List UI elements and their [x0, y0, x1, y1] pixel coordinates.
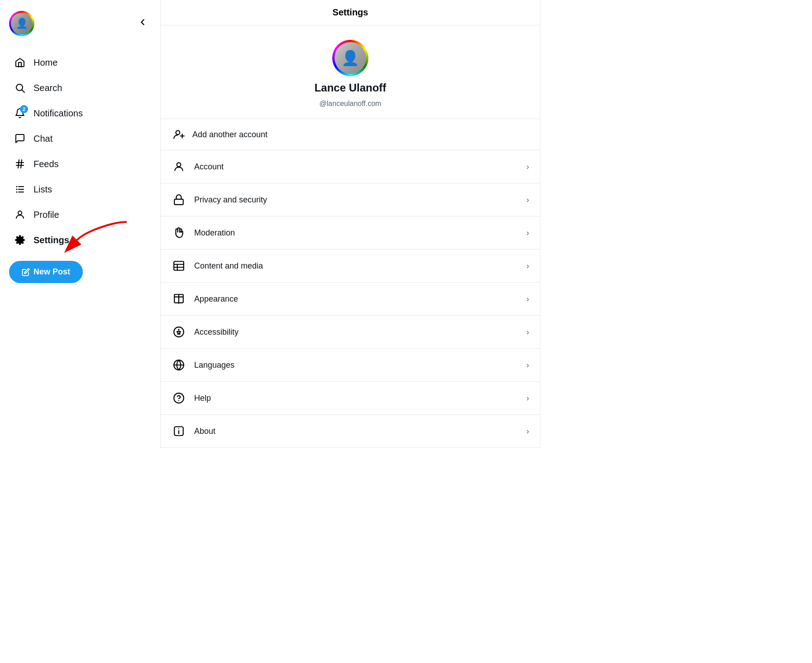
edit-icon: [22, 268, 30, 276]
settings-item-account[interactable]: Account ›: [161, 150, 540, 183]
svg-point-17: [177, 163, 181, 167]
settings-item-moderation[interactable]: Moderation ›: [161, 216, 540, 250]
help-label: Help: [194, 394, 211, 403]
sidebar-item-lists[interactable]: Lists: [9, 178, 151, 201]
svg-point-8: [16, 192, 18, 193]
hash-icon: [14, 158, 26, 170]
settings-item-content[interactable]: Content and media ›: [161, 250, 540, 283]
svg-rect-19: [174, 261, 184, 270]
page-title: Settings: [333, 7, 368, 17]
sidebar-item-label: Profile: [33, 210, 59, 220]
sidebar-item-label: Notifications: [33, 108, 83, 119]
gear-icon: [14, 234, 26, 246]
privacy-chevron: ›: [526, 195, 529, 205]
sidebar-item-notifications[interactable]: 2 Notifications: [9, 101, 151, 125]
sidebar-item-label: Search: [33, 83, 62, 93]
sidebar-item-label: Home: [33, 58, 57, 68]
settings-item-privacy[interactable]: Privacy and security ›: [161, 183, 540, 216]
notification-badge: 2: [20, 105, 28, 113]
privacy-label: Privacy and security: [194, 195, 267, 205]
page-header: Settings: [161, 0, 540, 25]
sidebar-item-label: Chat: [33, 134, 53, 144]
sidebar-item-settings[interactable]: Settings: [9, 228, 151, 252]
sidebar-avatar: 👤: [9, 11, 34, 36]
sidebar-header: 👤: [9, 7, 151, 40]
back-button[interactable]: [134, 14, 151, 34]
settings-item-about[interactable]: About ›: [161, 415, 540, 448]
about-label: About: [194, 427, 215, 436]
profile-handle: @lanceulanoff.com: [320, 100, 382, 108]
add-account-icon: [172, 127, 186, 142]
help-icon: [172, 391, 186, 405]
accessibility-chevron: ›: [526, 327, 529, 337]
settings-item-help[interactable]: Help ›: [161, 382, 540, 415]
accessibility-icon: [172, 325, 186, 339]
sidebar-avatar-inner: 👤: [11, 13, 33, 34]
help-chevron: ›: [526, 394, 529, 403]
bell-icon: 2: [14, 107, 26, 120]
svg-line-1: [22, 90, 25, 93]
lock-icon: [172, 192, 186, 207]
languages-icon: [172, 358, 186, 372]
sidebar-item-profile[interactable]: Profile: [9, 203, 151, 226]
media-icon: [172, 259, 186, 273]
svg-point-27: [178, 329, 179, 330]
appearance-chevron: ›: [526, 294, 529, 304]
sidebar-item-feeds[interactable]: Feeds: [9, 152, 151, 176]
lists-icon: [14, 183, 26, 196]
languages-label: Languages: [194, 360, 234, 370]
sidebar-item-home[interactable]: Home: [9, 51, 151, 74]
appearance-label: Appearance: [194, 294, 238, 304]
svg-rect-18: [174, 199, 183, 205]
new-post-label: New Post: [33, 267, 70, 277]
settings-item-appearance[interactable]: Appearance ›: [161, 283, 540, 316]
search-icon: [14, 82, 26, 94]
about-chevron: ›: [526, 427, 529, 436]
svg-point-14: [176, 130, 180, 135]
settings-item-languages[interactable]: Languages ›: [161, 349, 540, 382]
hand-icon: [172, 226, 186, 240]
svg-point-6: [16, 186, 18, 187]
chat-icon: [14, 132, 26, 145]
content-chevron: ›: [526, 261, 529, 271]
settings-item-accessibility[interactable]: Accessibility ›: [161, 316, 540, 349]
sidebar-item-chat[interactable]: Chat: [9, 127, 151, 150]
languages-chevron: ›: [526, 360, 529, 370]
account-label: Account: [194, 162, 224, 172]
sidebar-item-label: Settings: [33, 235, 69, 245]
svg-line-5: [21, 160, 22, 168]
sidebar: 👤 Home Search: [0, 0, 161, 448]
profile-avatar-large: 👤: [332, 40, 368, 76]
new-post-button[interactable]: New Post: [9, 261, 83, 283]
svg-line-4: [18, 160, 19, 168]
accessibility-label: Accessibility: [194, 327, 239, 337]
main-content: Settings 👤 Lance Ulanoff @lanceulanoff.c…: [161, 0, 540, 448]
sidebar-item-search[interactable]: Search: [9, 76, 151, 100]
add-account-row[interactable]: Add another account: [161, 119, 540, 150]
profile-section: 👤 Lance Ulanoff @lanceulanoff.com: [161, 25, 540, 119]
svg-point-12: [18, 211, 22, 215]
moderation-chevron: ›: [526, 228, 529, 238]
profile-name: Lance Ulanoff: [315, 82, 387, 94]
svg-point-26: [174, 327, 184, 337]
about-icon: [172, 424, 186, 438]
account-icon: [172, 159, 186, 174]
moderation-label: Moderation: [194, 228, 235, 238]
appearance-icon: [172, 292, 186, 306]
home-icon: [14, 56, 26, 69]
sidebar-item-label: Lists: [33, 184, 52, 195]
content-label: Content and media: [194, 261, 263, 271]
profile-avatar-inner: 👤: [334, 42, 366, 74]
svg-point-25: [178, 303, 179, 304]
account-chevron: ›: [526, 162, 529, 172]
person-icon: [14, 208, 26, 221]
sidebar-item-label: Feeds: [33, 159, 59, 169]
svg-point-7: [16, 189, 18, 190]
add-account-label: Add another account: [192, 130, 267, 139]
